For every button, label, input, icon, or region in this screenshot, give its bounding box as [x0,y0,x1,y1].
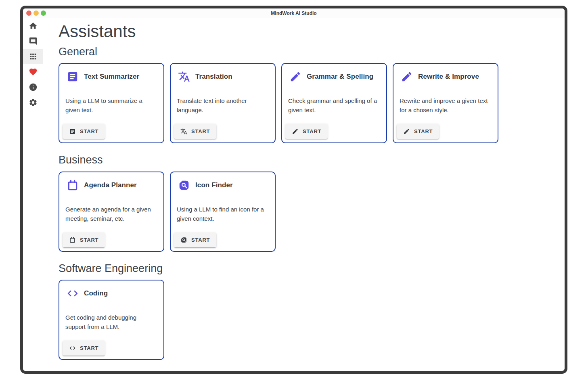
card-description: Get coding and debugging support from a … [65,313,157,331]
start-button-label: START [80,345,98,351]
traffic-lights [26,10,46,16]
icon-search-icon [178,179,190,191]
icon-search-icon [180,236,187,243]
section-heading: Business [59,153,565,166]
assistant-card: Translation Translate text into another … [170,63,276,143]
assistant-card: Text Summarizer Using a LLM to summarize… [59,63,164,143]
window-body: Assistants General Text Summarizer Using… [23,18,565,371]
assistant-card: Icon Finder Using a LLM to find an icon … [170,172,276,252]
assistant-section: Business Agenda Planner Generate an agen… [59,153,565,251]
page-title: Assistants [59,22,565,41]
start-button[interactable]: START [174,124,216,139]
minimize-button[interactable] [33,10,39,16]
translate-icon [178,71,190,83]
sidebar [23,18,43,371]
start-button-label: START [414,128,433,134]
sidebar-item-about[interactable] [23,80,43,95]
card-header: Text Summarizer [65,71,157,83]
sidebar-item-home[interactable] [23,18,43,33]
card-description: Check grammar and spelling of a given te… [288,96,380,115]
code-icon [69,345,76,352]
card-header: Agenda Planner [65,179,157,191]
assistant-section: Software Engineering Coding Get coding a… [59,262,565,360]
start-button[interactable]: START [63,232,105,247]
pencil-icon [401,71,413,83]
sidebar-item-chat[interactable] [23,33,43,49]
home-icon [29,21,38,30]
card-title: Rewrite & Improve [418,73,479,81]
card-header: Rewrite & Improve [400,71,492,83]
start-button[interactable]: START [285,124,328,139]
apps-icon [29,52,38,61]
document-icon [67,71,79,83]
code-icon [67,287,79,299]
section-heading: Software Engineering [59,262,565,275]
card-description: Using a LLM to summarize a given text. [65,96,157,115]
start-button[interactable]: START [397,124,439,139]
card-title: Coding [84,289,108,297]
app-window: MindWork AI Studio Assistants General Te… [20,6,567,374]
sidebar-item-assistants[interactable] [23,49,43,64]
card-row: Coding Get coding and debugging support … [59,280,565,360]
card-row: Agenda Planner Generate an agenda for a … [59,172,565,252]
card-title: Text Summarizer [84,73,139,81]
card-description: Using a LLM to find an icon for a given … [177,205,269,223]
main-content: Assistants General Text Summarizer Using… [43,18,565,371]
section-heading: General [59,45,565,58]
card-header: Coding [65,287,157,299]
card-description: Translate text into another language. [177,96,269,115]
chat-icon [29,37,38,46]
titlebar: MindWork AI Studio [23,8,565,18]
zoom-button[interactable] [41,10,46,16]
pencil-icon [289,71,301,83]
info-icon [29,83,38,92]
start-button[interactable]: START [63,341,105,356]
assistant-card: Agenda Planner Generate an agenda for a … [59,172,164,252]
start-button[interactable]: START [174,232,216,247]
card-title: Grammar & Spelling [307,73,373,81]
translate-icon [180,128,187,135]
start-button-label: START [80,237,98,243]
sidebar-item-settings[interactable] [23,95,43,110]
card-title: Agenda Planner [84,181,137,189]
calendar-icon [69,236,76,243]
start-button-label: START [303,128,321,134]
settings-icon [29,98,38,107]
card-header: Grammar & Spelling [288,71,380,83]
close-button[interactable] [26,10,31,16]
pencil-icon [403,128,410,135]
card-description: Rewrite and improve a given text for a c… [400,96,492,115]
card-header: Translation [177,71,269,83]
assistant-sections: General Text Summarizer Using a LLM to s… [59,45,565,360]
start-button[interactable]: START [63,124,105,139]
calendar-icon [67,179,79,191]
card-header: Icon Finder [177,179,269,191]
start-button-label: START [191,237,210,243]
card-title: Icon Finder [195,181,233,189]
card-title: Translation [195,73,232,81]
assistant-section: General Text Summarizer Using a LLM to s… [59,45,565,143]
assistant-card: Rewrite & Improve Rewrite and improve a … [393,63,498,143]
assistant-card: Coding Get coding and debugging support … [59,280,164,360]
card-description: Generate an agenda for a given meeting, … [65,205,157,223]
heart-icon [29,67,38,76]
assistant-card: Grammar & Spelling Check grammar and spe… [281,63,387,143]
start-button-label: START [80,128,98,134]
document-icon [69,128,76,135]
window-title: MindWork AI Studio [23,10,565,16]
start-button-label: START [191,128,210,134]
card-row: Text Summarizer Using a LLM to summarize… [59,63,565,143]
pencil-icon [292,128,299,135]
sidebar-item-favorites[interactable] [23,64,43,80]
